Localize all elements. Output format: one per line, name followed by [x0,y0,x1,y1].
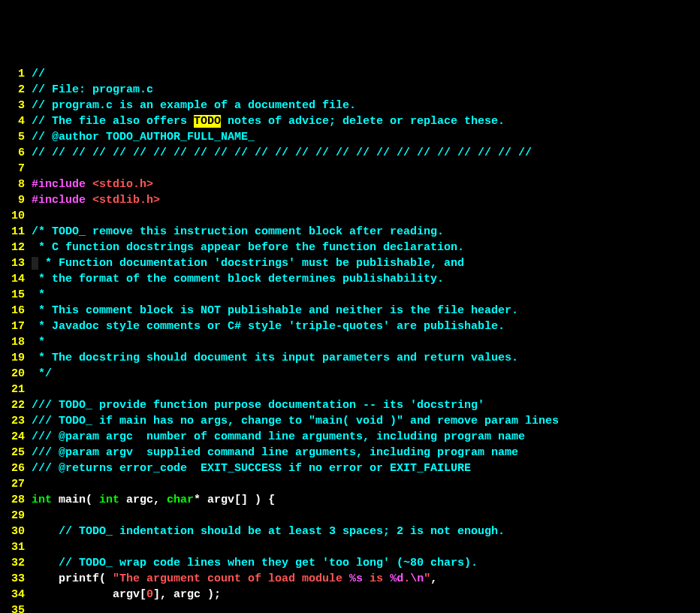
comment: /// TODO_ if main has no args, change to… [32,415,559,427]
line-number: 26 [5,461,25,476]
line-number: 4 [5,113,25,129]
comment: /// TODO_ provide function purpose docum… [32,399,484,412]
comment: * the format of the comment block determ… [32,273,444,285]
comment: /// @param argv supplied command line ar… [32,446,518,459]
code-line: 35 [5,602,695,613]
comment: /* TODO_ remove this instruction comment… [32,225,444,238]
comment: // TODO_ wrap code lines when they get '… [59,557,478,569]
todo-highlight: TODO [194,115,221,128]
line-number: 28 [5,492,25,508]
code-line: 24/// @param argc number of command line… [5,429,695,445]
comment: /// @returns error_code EXIT_SUCCESS if … [32,462,471,475]
code-line: 10 [5,208,695,224]
string: is [363,572,390,585]
line-number: 25 [5,445,25,461]
number: 0 [146,588,153,601]
line-number: 1 [5,66,25,82]
code-line: 27 [5,476,695,492]
comment: * The docstring should document its inpu… [32,352,518,364]
code-line: 2// File: program.c [5,82,695,98]
code-line: 19 * The docstring should document its i… [5,350,695,366]
code-line: 12 * C function docstrings appear before… [5,240,695,255]
code-line: 30 // TODO_ indentation should be at lea… [5,524,695,539]
string: . [403,572,410,585]
comment: */ [32,367,52,380]
code-line: 11/* TODO_ remove this instruction comme… [5,224,695,240]
comment: * This comment block is NOT publishable … [32,304,518,317]
line-number: 20 [5,366,25,382]
line-number: 33 [5,571,25,587]
line-number: 19 [5,350,25,366]
line-number: 17 [5,319,25,334]
comment: // File: program.c [32,83,153,96]
code-line: 13 * Function documentation 'docstrings'… [5,255,695,271]
comment: notes of advice; delete or replace these… [221,115,505,128]
include-file: <stdlib.h> [92,194,160,207]
code-line: 5// @author TODO_AUTHOR_FULL_NAME_ [5,129,695,145]
line-number: 7 [5,161,25,177]
line-number: 8 [5,177,25,192]
comment: * [32,288,45,301]
line-number: 6 [5,145,25,161]
identifier: main( [59,494,99,506]
line-number: 13 [5,255,25,271]
line-number: 23 [5,413,25,429]
line-number: 21 [5,382,25,397]
line-number: 24 [5,429,25,445]
code-line: 15 * [5,287,695,303]
code-line: 7 [5,161,695,177]
code-line: 34 argv[0], argc ); [5,587,695,602]
type: int [32,494,52,506]
identifier: printf( [59,572,113,585]
comment: * C function docstrings appear before th… [32,241,464,254]
line-number: 10 [5,208,25,224]
comment: // @author TODO_AUTHOR_FULL_NAME_ [32,131,255,143]
line-number: 14 [5,271,25,287]
identifier: ], argc ); [153,588,221,601]
code-editor[interactable]: 1//2// File: program.c3// program.c is a… [5,66,695,613]
code-line: 33 printf( "The argument count of load m… [5,571,695,587]
type: char [167,494,194,506]
identifier: * argv[] ) { [194,494,275,506]
code-line: 3// program.c is an example of a documen… [5,98,695,113]
string: "The argument count of load module [113,572,349,585]
code-line: 6// // // // // // // // // // // // // … [5,145,695,161]
line-number: 11 [5,224,25,240]
comment: // The file also offers [32,115,194,128]
code-line: 28int main( int argc, char* argv[] ) { [5,492,695,508]
punct: , [430,572,437,585]
identifier: argv[ [113,588,146,601]
code-line: 4// The file also offers TODO notes of a… [5,113,695,129]
code-line: 14 * the format of the comment block det… [5,271,695,287]
format-spec: %s [349,572,363,585]
line-number: 29 [5,508,25,524]
code-line: 31 [5,539,695,555]
line-number: 22 [5,397,25,413]
comment: * Javadoc style comments or C# style 'tr… [32,320,505,333]
line-number: 34 [5,587,25,602]
code-line: 20 */ [5,366,695,382]
comment: // TODO_ indentation should be at least … [59,525,505,538]
preprocessor: #include [32,194,86,207]
line-number: 16 [5,303,25,319]
comment: /// @param argc number of command line a… [32,430,525,443]
code-line: 8#include <stdio.h> [5,177,695,192]
code-line: 22/// TODO_ provide function purpose doc… [5,397,695,413]
line-number: 3 [5,98,25,113]
code-line: 17 * Javadoc style comments or C# style … [5,319,695,334]
identifier: argc, [126,494,167,506]
code-line: 23/// TODO_ if main has no args, change … [5,413,695,429]
code-line: 21 [5,382,695,397]
line-number: 35 [5,602,25,613]
escape: \n [410,572,424,585]
code-line: 1// [5,66,695,82]
comment: * Function documentation 'docstrings' mu… [38,257,464,270]
code-line: 16 * This comment block is NOT publishab… [5,303,695,319]
line-number: 32 [5,555,25,571]
line-number: 30 [5,524,25,539]
line-number: 18 [5,334,25,350]
code-line: 26/// @returns error_code EXIT_SUCCESS i… [5,461,695,476]
line-number: 9 [5,192,25,208]
line-number: 5 [5,129,25,145]
comment: * [32,336,45,349]
